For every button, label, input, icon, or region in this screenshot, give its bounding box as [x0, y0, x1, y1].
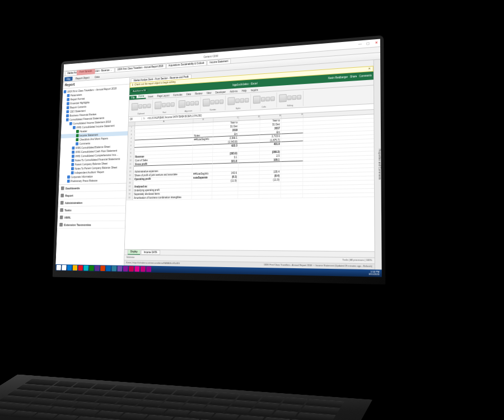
cell[interactable]: (8.1)	[212, 175, 238, 179]
taskbar-app-icon[interactable]	[146, 267, 151, 272]
taskbar-app-icon[interactable]	[67, 265, 72, 270]
cell[interactable]	[281, 142, 303, 146]
cell[interactable]	[281, 150, 303, 153]
cell[interactable]	[238, 187, 259, 191]
ribbon-button[interactable]	[235, 99, 240, 103]
cell[interactable]	[239, 175, 260, 179]
cell[interactable]	[213, 164, 239, 167]
ribbon-button[interactable]	[143, 104, 147, 109]
cell[interactable]: (1,875.7)	[260, 139, 281, 143]
cell[interactable]	[193, 165, 213, 169]
maximize-button[interactable]: ▢	[364, 39, 372, 48]
cell[interactable]	[281, 166, 303, 170]
name-box[interactable]: C8	[129, 117, 142, 120]
cell[interactable]	[281, 170, 303, 174]
cell[interactable]	[192, 184, 212, 188]
cell[interactable]	[281, 186, 303, 190]
taskbar-app-icon[interactable]	[117, 266, 122, 272]
ribbon-button[interactable]	[297, 95, 301, 100]
cell[interactable]: (8.4)	[259, 174, 281, 178]
ribbon-button[interactable]	[166, 103, 170, 108]
cell[interactable]	[259, 183, 281, 186]
ribbon-button[interactable]	[147, 104, 151, 109]
cell[interactable]	[192, 180, 212, 184]
cell[interactable]: ##NoteSegInfo	[192, 172, 212, 176]
taskbar-app-icon[interactable]	[134, 266, 139, 272]
taskbar-app-icon[interactable]	[100, 265, 105, 271]
cell[interactable]	[239, 151, 260, 155]
cell[interactable]: (11.9)	[259, 178, 281, 182]
excel-tab-review[interactable]: Review	[193, 91, 204, 96]
cell[interactable]	[282, 130, 304, 134]
ribbon-button[interactable]	[186, 102, 190, 106]
ribbon-button[interactable]	[245, 98, 249, 102]
file-menu[interactable]: File	[64, 77, 72, 81]
tree-item[interactable]: Preliminary Press Release	[59, 178, 126, 184]
cell[interactable]	[282, 126, 304, 130]
ribbon-button[interactable]	[220, 100, 223, 104]
taskbar-app-icon[interactable]	[89, 265, 94, 271]
excel-tab-add-ins[interactable]: Add-ins	[228, 89, 240, 94]
panel-administration[interactable]: Administration	[58, 199, 126, 207]
cell[interactable]	[260, 166, 282, 170]
cell[interactable]	[238, 191, 259, 195]
cell[interactable]	[239, 179, 260, 183]
ribbon-button[interactable]	[279, 94, 287, 102]
cell[interactable]	[239, 139, 260, 143]
ribbon-button[interactable]	[190, 101, 194, 106]
col-header[interactable]: D	[239, 115, 260, 120]
cell[interactable]	[192, 169, 212, 172]
cell[interactable]	[192, 188, 212, 192]
cell[interactable]	[282, 134, 304, 138]
cell[interactable]: Amortisation of business combination int…	[133, 196, 192, 200]
cell[interactable]	[239, 155, 260, 159]
fx-icon[interactable]: fx	[142, 117, 146, 120]
cell[interactable]	[212, 187, 238, 191]
cell[interactable]: 2.5	[260, 155, 281, 158]
ribbon-button[interactable]	[240, 99, 245, 103]
cell[interactable]	[239, 147, 260, 151]
taskbar-app-icon[interactable]	[123, 266, 128, 272]
taskbar-app-icon[interactable]	[141, 266, 146, 272]
cell[interactable]	[281, 194, 303, 198]
ribbon-button[interactable]	[253, 96, 260, 104]
excel-tab-help[interactable]: Help	[240, 88, 249, 93]
cell[interactable]: (299.3)	[260, 151, 281, 155]
panel-xbrl[interactable]: XBRL	[58, 214, 125, 222]
minimize-button[interactable]: —	[356, 40, 364, 48]
cell[interactable]: 105.1	[260, 158, 281, 162]
cell[interactable]	[281, 146, 303, 150]
cell[interactable]: 2,715.6	[260, 134, 281, 139]
cell[interactable]	[281, 178, 303, 182]
cell[interactable]	[281, 162, 303, 166]
ribbon-button[interactable]	[155, 102, 161, 110]
cell[interactable]: 2017	[260, 127, 281, 131]
cell[interactable]	[281, 158, 303, 162]
ribbon-button[interactable]	[171, 102, 175, 107]
ribbon-button[interactable]	[203, 99, 210, 107]
ribbon-button[interactable]	[162, 103, 166, 108]
start-button[interactable]	[57, 265, 61, 270]
cell[interactable]	[239, 120, 260, 124]
taskbar-app-icon[interactable]	[78, 265, 83, 271]
cell[interactable]: 142.6	[213, 171, 239, 175]
ribbon-button[interactable]	[227, 97, 235, 105]
system-clock[interactable]: 1:56 PM3/11/2020	[368, 270, 380, 276]
cell[interactable]	[193, 157, 213, 161]
excel-tab-home[interactable]: Home	[137, 94, 146, 100]
excel-tab-file[interactable]: File	[129, 96, 137, 100]
cell[interactable]	[239, 167, 260, 171]
cell[interactable]	[260, 162, 281, 166]
taskbar-app-icon[interactable]	[73, 265, 78, 270]
excel-tab-view[interactable]: View	[204, 91, 213, 95]
spreadsheet-grid[interactable]: ABCDEF 1Year toYear to231 Dec31 Dec32018…	[125, 110, 375, 251]
cell[interactable]	[260, 147, 281, 151]
ribbon-button[interactable]	[179, 100, 186, 108]
cell[interactable]	[193, 161, 213, 165]
cell[interactable]	[192, 195, 212, 199]
cell[interactable]	[281, 154, 303, 158]
cell[interactable]: £m	[260, 130, 281, 135]
excel-tab-insert[interactable]: Insert	[146, 95, 156, 99]
cell[interactable]: 135.4	[260, 170, 282, 174]
cell[interactable]	[281, 190, 303, 194]
